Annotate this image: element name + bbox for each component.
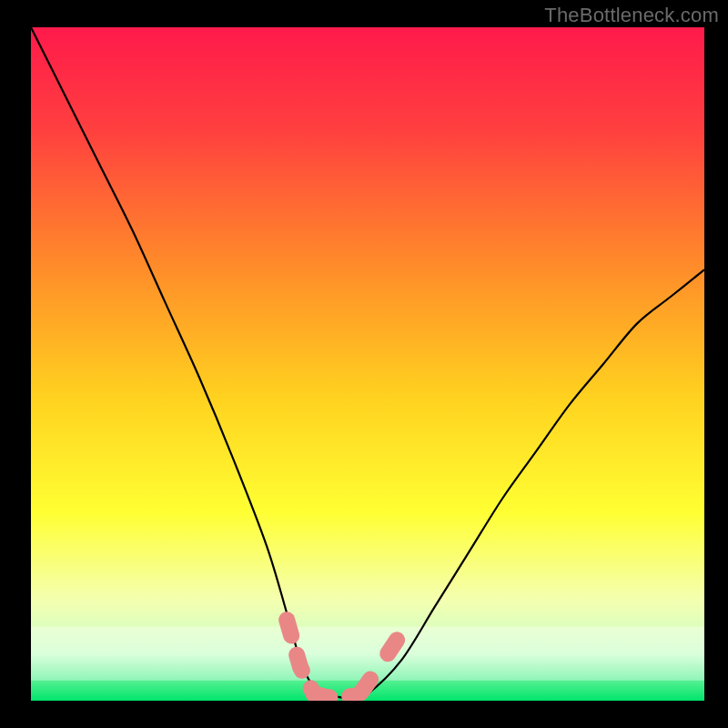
watermark-text: TheBottleneck.com <box>544 4 719 27</box>
sweet-zone-marker-3 <box>388 633 401 653</box>
sweet-zone-marker-2 <box>361 673 375 693</box>
chart-canvas <box>31 27 704 701</box>
sweet-zone-marker-1 <box>314 694 354 698</box>
bottleneck-chart <box>31 27 704 701</box>
